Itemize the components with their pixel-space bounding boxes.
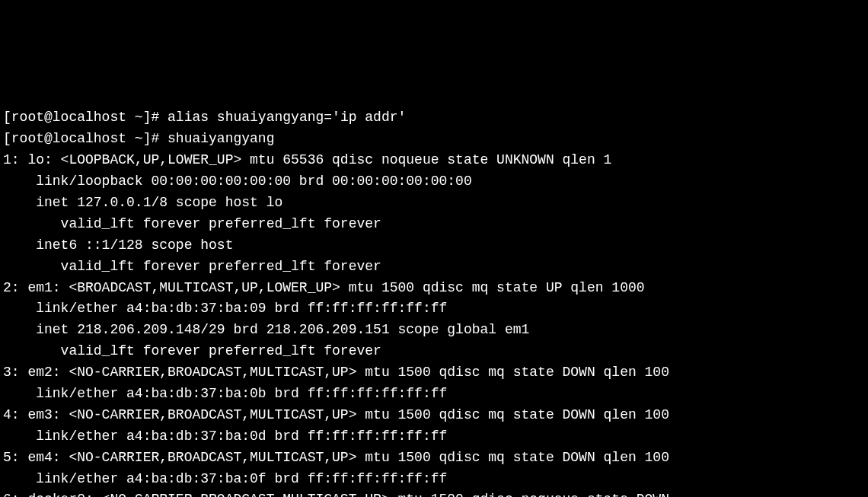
output-line: valid_lft forever preferred_lft forever (3, 216, 381, 231)
shell-prompt: [root@localhost ~]# (3, 110, 168, 125)
output-line: 4: em3: <NO-CARRIER,BROADCAST,MULTICAST,… (3, 407, 669, 422)
output-line: 6: docker0: <NO-CARRIER,BROADCAST,MULTIC… (3, 492, 669, 497)
command-entered: alias shuaiyangyang='ip addr' (168, 110, 406, 125)
output-line: inet6 ::1/128 scope host (3, 237, 233, 253)
output-line: valid_lft forever preferred_lft forever (3, 259, 381, 274)
output-line: link/ether a4:ba:db:37:ba:09 brd ff:ff:f… (3, 301, 447, 316)
terminal[interactable]: [root@localhost ~]# alias shuaiyangyang=… (0, 106, 868, 497)
command-entered: shuaiyangyang (168, 131, 274, 146)
output-line: link/ether a4:ba:db:37:ba:0d brd ff:ff:f… (3, 429, 447, 444)
output-line: link/ether a4:ba:db:37:ba:0b brd ff:ff:f… (3, 386, 447, 401)
output-line: link/loopback 00:00:00:00:00:00 brd 00:0… (3, 174, 472, 189)
output-line: link/ether a4:ba:db:37:ba:0f brd ff:ff:f… (3, 471, 447, 486)
output-line: inet 218.206.209.148/29 brd 218.206.209.… (3, 322, 529, 337)
output-line: valid_lft forever preferred_lft forever (3, 343, 381, 358)
shell-prompt: [root@localhost ~]# (3, 131, 168, 146)
output-line: 1: lo: <LOOPBACK,UP,LOWER_UP> mtu 65536 … (3, 152, 611, 167)
output-line: inet 127.0.0.1/8 scope host lo (3, 195, 282, 210)
output-line: 5: em4: <NO-CARRIER,BROADCAST,MULTICAST,… (3, 450, 669, 465)
output-line: 2: em1: <BROADCAST,MULTICAST,UP,LOWER_UP… (3, 280, 645, 295)
output-line: 3: em2: <NO-CARRIER,BROADCAST,MULTICAST,… (3, 365, 669, 380)
